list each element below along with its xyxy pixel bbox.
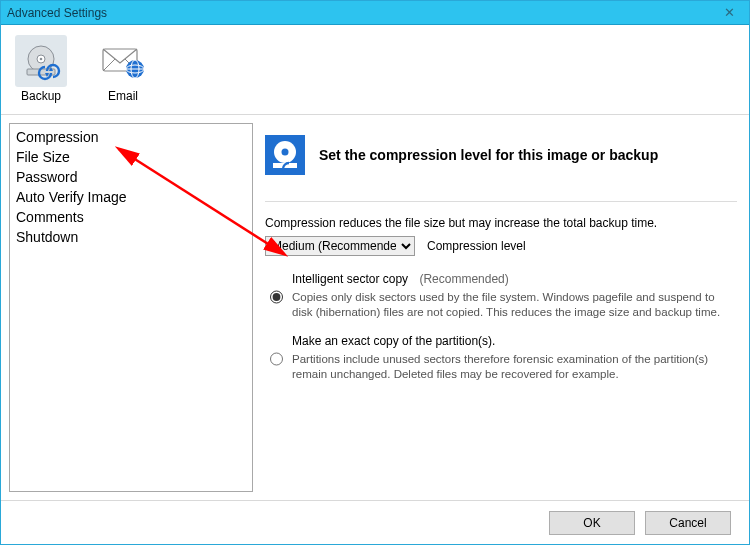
content-area: Compression File Size Password Auto Veri… bbox=[1, 115, 749, 500]
toolbar-label-email: Email bbox=[108, 89, 138, 103]
svg-point-13 bbox=[282, 149, 289, 156]
radio-intelligent-label: Intelligent sector copy bbox=[292, 272, 408, 286]
radio-exact-label: Make an exact copy of the partition(s). bbox=[292, 334, 495, 348]
panel-description: Compression reduces the file size but ma… bbox=[265, 216, 737, 230]
toolbar-tab-backup[interactable]: Backup bbox=[11, 31, 71, 103]
close-icon: ✕ bbox=[724, 5, 735, 20]
backup-disk-icon bbox=[21, 41, 61, 81]
sidebar-item-auto-verify[interactable]: Auto Verify Image bbox=[10, 187, 252, 207]
compression-level-select[interactable]: Medium (Recommended) bbox=[265, 236, 415, 256]
advanced-settings-window: Advanced Settings ✕ Bac bbox=[0, 0, 750, 545]
radio-exact-copy[interactable]: Make an exact copy of the partition(s). … bbox=[265, 334, 737, 382]
titlebar: Advanced Settings ✕ bbox=[1, 1, 749, 25]
backup-disk-small-icon bbox=[265, 135, 305, 175]
toolbar-tab-email[interactable]: Email bbox=[93, 31, 153, 103]
sidebar-item-file-size[interactable]: File Size bbox=[10, 147, 252, 167]
main-panel: Set the compression level for this image… bbox=[265, 123, 741, 492]
radio-exact-input[interactable] bbox=[270, 336, 283, 382]
ok-button[interactable]: OK bbox=[549, 511, 635, 535]
radio-intelligent-recommended: (Recommended) bbox=[419, 272, 508, 286]
sidebar-item-comments[interactable]: Comments bbox=[10, 207, 252, 227]
radio-exact-description: Partitions include unused sectors theref… bbox=[292, 352, 722, 382]
sidebar-item-password[interactable]: Password bbox=[10, 167, 252, 187]
email-globe-icon bbox=[101, 41, 145, 81]
sidebar-item-compression[interactable]: Compression bbox=[10, 127, 252, 147]
toolbar-label-backup: Backup bbox=[21, 89, 61, 103]
close-button[interactable]: ✕ bbox=[709, 1, 749, 25]
footer: OK Cancel bbox=[1, 500, 749, 544]
sidebar-item-shutdown[interactable]: Shutdown bbox=[10, 227, 252, 247]
panel-heading: Set the compression level for this image… bbox=[319, 147, 658, 163]
separator bbox=[265, 201, 737, 202]
sidebar: Compression File Size Password Auto Veri… bbox=[9, 123, 253, 492]
window-title: Advanced Settings bbox=[7, 6, 107, 20]
radio-intelligent-sector-copy[interactable]: Intelligent sector copy (Recommended) Co… bbox=[265, 272, 737, 320]
svg-point-2 bbox=[40, 58, 43, 61]
toolbar: Backup Email bbox=[1, 25, 749, 115]
cancel-button[interactable]: Cancel bbox=[645, 511, 731, 535]
radio-intelligent-description: Copies only disk sectors used by the fil… bbox=[292, 290, 722, 320]
radio-intelligent-input[interactable] bbox=[270, 274, 283, 320]
compression-level-label: Compression level bbox=[427, 239, 526, 253]
